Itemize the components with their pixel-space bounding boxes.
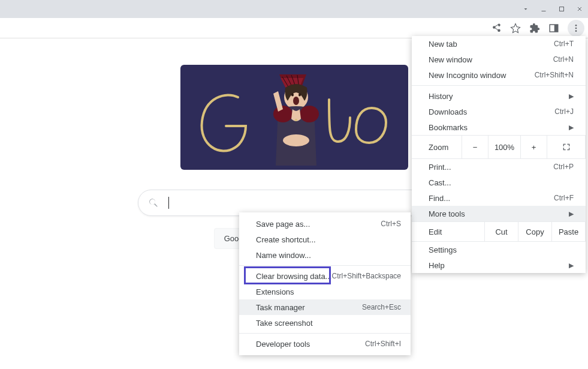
chevron-right-icon: ▶ [569,262,574,269]
svg-point-13 [291,94,294,97]
zoom-value: 100% [489,136,521,158]
svg-point-18 [295,119,297,121]
minimize-icon[interactable] [540,5,547,13]
fullscreen-icon [562,142,571,152]
chevron-down-icon[interactable] [522,5,529,13]
submenu-create-shortcut[interactable]: Create shortcut... [239,232,411,247]
menu-help[interactable]: Help▶ [412,257,586,273]
menu-separator [412,85,586,86]
kebab-menu-icon[interactable] [568,20,584,37]
google-doodle[interactable] [180,65,408,170]
maximize-icon[interactable] [558,5,565,13]
svg-point-14 [298,94,301,97]
menu-bookmarks[interactable]: Bookmarks▶ [412,119,586,135]
menu-edit-row: Edit Cut Copy Paste [412,221,586,242]
search-input[interactable] [176,198,420,208]
menu-more-tools[interactable]: More tools▶ [412,206,586,221]
bookmark-star-icon[interactable] [510,23,521,34]
submenu-save-page[interactable]: Save page as...Ctrl+S [239,216,411,232]
menu-new-tab[interactable]: New tabCtrl+T [412,36,586,52]
menu-new-window[interactable]: New windowCtrl+N [412,52,586,67]
text-cursor [168,197,169,209]
submenu-clear-browsing-data[interactable]: Clear browsing data...Ctrl+Shift+Backspa… [239,268,411,284]
menu-separator [239,333,411,334]
chevron-right-icon: ▶ [569,210,574,218]
copy-button[interactable]: Copy [518,222,552,241]
menu-find[interactable]: Find...Ctrl+F [412,190,586,206]
menu-print[interactable]: Print...Ctrl+P [412,159,586,175]
menu-zoom-row: Zoom − 100% + [412,135,586,159]
extensions-icon[interactable] [529,23,540,34]
browser-toolbar [0,18,588,38]
share-icon[interactable] [491,23,502,34]
cut-button[interactable]: Cut [485,222,518,241]
sidepanel-icon[interactable] [548,23,559,34]
doodle-figure [249,70,339,166]
svg-rect-3 [554,25,558,32]
zoom-in-button[interactable]: + [521,136,547,158]
svg-point-15 [273,106,293,122]
paste-button[interactable]: Paste [552,222,586,241]
submenu-name-window[interactable]: Name window... [239,247,411,263]
fullscreen-button[interactable] [547,136,586,158]
submenu-extensions[interactable]: Extensions [239,284,411,299]
zoom-out-button[interactable]: − [462,136,489,158]
svg-point-6 [575,30,577,32]
submenu-developer-tools[interactable]: Developer toolsCtrl+Shift+I [239,336,411,352]
window-titlebar [0,0,588,18]
chevron-right-icon: ▶ [569,92,574,100]
chrome-main-menu: New tabCtrl+T New windowCtrl+N New Incog… [412,36,586,273]
more-tools-submenu: Save page as...Ctrl+S Create shortcut...… [239,212,411,355]
menu-incognito[interactable]: New Incognito windowCtrl+Shift+N [412,67,586,83]
svg-point-16 [300,106,319,122]
zoom-label: Zoom [412,136,462,158]
svg-point-5 [575,27,577,29]
chevron-right-icon: ▶ [569,124,574,131]
svg-point-4 [575,25,577,26]
menu-history[interactable]: History▶ [412,88,586,104]
close-icon[interactable] [576,5,583,13]
submenu-screenshot[interactable]: Take screenshot [239,315,411,331]
menu-downloads[interactable]: DownloadsCtrl+J [412,104,586,119]
svg-point-12 [293,97,299,105]
submenu-task-manager[interactable]: Task managerSearch+Esc [239,299,411,315]
svg-rect-0 [542,11,546,11]
edit-label: Edit [412,222,485,241]
svg-point-17 [283,134,309,146]
svg-rect-1 [560,7,564,11]
menu-cast[interactable]: Cast... [412,175,586,190]
doodle-container [156,65,432,179]
search-icon [148,197,159,208]
menu-settings[interactable]: Settings [412,242,586,257]
menu-separator [239,265,411,266]
